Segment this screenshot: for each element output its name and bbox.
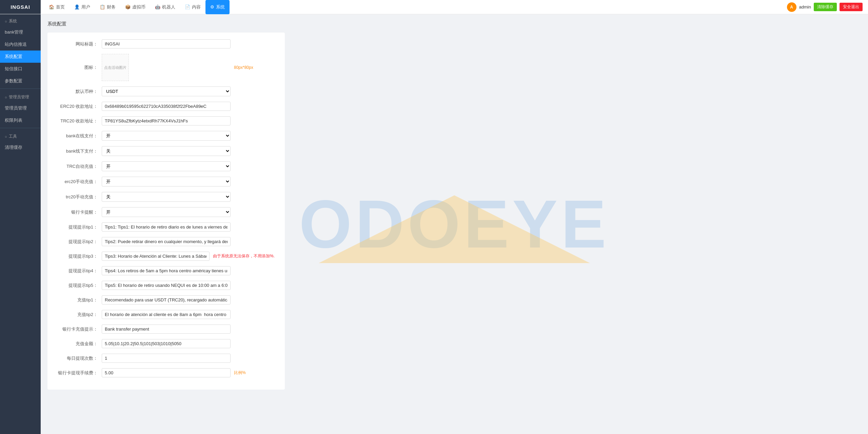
select-bank-online[interactable]: 开 关: [102, 131, 231, 141]
nav-icon-5: 📄: [185, 4, 190, 9]
select-bank-remind[interactable]: 开 关: [102, 207, 231, 217]
control-trc20-manual: 关 开: [102, 192, 231, 202]
select-currency[interactable]: USDT CNY USD: [102, 86, 231, 96]
top-nav: INGSAI 🏠首页👤用户📋财务📦虚拟币🤖机器人📄内容⚙系统 A admin 清…: [0, 0, 868, 14]
input-trc20[interactable]: [102, 116, 231, 125]
sidebar-item-sysconfig[interactable]: 系统配置: [0, 51, 41, 63]
row-website-title: 网站标题：: [58, 39, 275, 48]
row-recharge-amount: 充值金额：: [58, 339, 275, 348]
input-bank-withdraw-fee[interactable]: [102, 368, 231, 377]
input-recharge-tip2[interactable]: [102, 310, 231, 319]
circle-icon2: ○: [5, 95, 7, 99]
control-daily-withdraw: [102, 354, 231, 363]
bank-withdraw-fee-hint: 比例%: [234, 370, 246, 376]
row-recharge-tip2: 充值tip2：: [58, 310, 275, 319]
control-icon: 点击活动图片: [102, 54, 231, 81]
input-erc20[interactable]: [102, 102, 231, 111]
nav-icon-2: 📋: [100, 4, 105, 9]
select-trc20-manual[interactable]: 关 开: [102, 192, 231, 202]
circle-icon: ○: [5, 19, 7, 23]
sidebar-item-permissions[interactable]: 权限列表: [0, 114, 41, 126]
row-currency: 默认币种： USDT CNY USD: [58, 86, 275, 96]
nav-menu: 🏠首页👤用户📋财务📦虚拟币🤖机器人📄内容⚙系统: [41, 0, 787, 14]
select-trc-auto[interactable]: 开 关: [102, 161, 231, 171]
logout-button[interactable]: 安全退出: [840, 3, 863, 11]
top-nav-right: A admin 清除缓存 安全退出: [787, 2, 868, 12]
row-bank-recharge-hint: 银行卡充值提示：: [58, 324, 275, 334]
sidebar-item-params[interactable]: 参数配置: [0, 75, 41, 87]
label-recharge-amount: 充值金额：: [58, 341, 102, 347]
row-trc20-manual: trc20手动充值： 关 开: [58, 192, 275, 202]
nav-item-2[interactable]: 📋财务: [95, 0, 120, 14]
sidebar-item-admins[interactable]: 管理员管理: [0, 102, 41, 114]
label-trc20: TRC20 收款地址：: [58, 118, 102, 124]
icon-upload[interactable]: 点击活动图片: [102, 54, 129, 81]
input-recharge-tip1[interactable]: [102, 295, 231, 304]
row-tip4: 提现提示tip4：: [58, 266, 275, 275]
row-recharge-tip1: 充值tip1：: [58, 295, 275, 304]
input-daily-withdraw[interactable]: [102, 354, 231, 363]
row-erc20: ERC20 收款地址：: [58, 102, 275, 111]
control-tip1: [102, 222, 231, 232]
sidebar-item-notification[interactable]: 站内信推送: [0, 38, 41, 51]
label-bank-offline: bank线下支付：: [58, 148, 102, 154]
control-bank-recharge-hint: [102, 324, 231, 334]
row-trc20: TRC20 收款地址：: [58, 116, 275, 125]
input-website-title[interactable]: [102, 39, 231, 48]
nav-item-0[interactable]: 🏠首页: [44, 0, 70, 14]
input-tip2[interactable]: [102, 237, 231, 246]
row-bank-withdraw-fee: 银行卡提现手续费： 比例%: [58, 368, 275, 377]
nav-item-4[interactable]: 🤖机器人: [150, 0, 180, 14]
sidebar-item-sms[interactable]: 短信接口: [0, 63, 41, 75]
nav-item-1[interactable]: 👤用户: [70, 0, 95, 14]
input-tip1[interactable]: [102, 222, 231, 232]
input-bank-recharge-hint[interactable]: [102, 324, 231, 334]
label-tip2: 提现提示tip2：: [58, 239, 102, 245]
sidebar-item-clear-cache[interactable]: 清理缓存: [0, 141, 41, 154]
control-recharge-tip2: [102, 310, 231, 319]
clear-cache-button[interactable]: 清除缓存: [814, 3, 837, 11]
sidebar-section-tools: ○ 工具: [0, 130, 41, 141]
admin-avatar: A: [787, 2, 796, 12]
input-tip3[interactable]: [102, 252, 210, 261]
nav-icon-6: ⚙: [210, 4, 214, 9]
label-tip4: 提现提示tip4：: [58, 268, 102, 274]
sidebar-section-admin: ○ 管理员管理: [0, 90, 41, 102]
nav-item-6[interactable]: ⚙系统: [205, 0, 230, 14]
input-tip5[interactable]: [102, 281, 231, 290]
page-title: 系统配置: [47, 21, 861, 27]
sidebar-item-bank[interactable]: bank管理: [0, 26, 41, 38]
input-recharge-amount[interactable]: [102, 339, 231, 348]
input-tip4[interactable]: [102, 266, 231, 275]
label-erc20-manual: erc20手动充值：: [58, 179, 102, 185]
control-website-title: [102, 39, 231, 48]
control-tip5: [102, 281, 231, 290]
nav-icon-4: 🤖: [155, 4, 160, 9]
nav-item-5[interactable]: 📄内容: [180, 0, 205, 14]
label-tip5: 提现提示tip5：: [58, 282, 102, 289]
control-trc20: [102, 116, 231, 125]
select-erc20-manual[interactable]: 开 关: [102, 177, 231, 186]
row-icon: 图标： 点击活动图片 80px*80px: [58, 54, 275, 81]
control-tip2: [102, 237, 231, 246]
control-tip3: [102, 252, 210, 261]
control-tip4: [102, 266, 231, 275]
nav-icon-1: 👤: [74, 4, 80, 9]
nav-item-3[interactable]: 📦虚拟币: [120, 0, 150, 14]
row-bank-online: bank在线支付： 开 关: [58, 131, 275, 141]
control-currency: USDT CNY USD: [102, 86, 231, 96]
control-recharge-tip1: [102, 295, 231, 304]
circle-icon3: ○: [5, 135, 7, 139]
row-tip3: 提现提示tip3： 由于系统原无法保存，不用添加%.: [58, 252, 275, 261]
config-form: 网站标题： 图标： 点击活动图片 80px*80px 默认币种： USDT CN…: [47, 33, 285, 390]
label-currency: 默认币种：: [58, 88, 102, 95]
label-recharge-tip1: 充值tip1：: [58, 297, 102, 303]
label-recharge-tip2: 充值tip2：: [58, 312, 102, 318]
label-bank-online: bank在线支付：: [58, 133, 102, 139]
label-bank-recharge-hint: 银行卡充值提示：: [58, 326, 102, 332]
select-bank-offline[interactable]: 关 开: [102, 146, 231, 156]
logo: INGSAI: [0, 0, 41, 14]
label-bank-remind: 银行卡提醒：: [58, 209, 102, 215]
row-tip1: 提现提示tip1：: [58, 222, 275, 232]
row-daily-withdraw: 每日提现次数：: [58, 354, 275, 363]
